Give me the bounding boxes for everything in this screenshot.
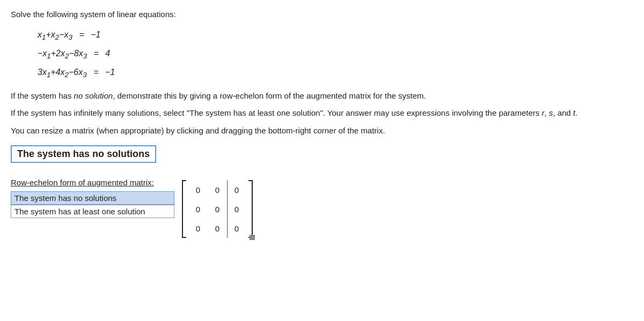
- dropdown-option-no-solutions[interactable]: The system has no solutions: [11, 191, 174, 205]
- matrix-cell-2-2[interactable]: 0: [227, 219, 246, 238]
- equation-1: x1+x2−x3 = −1: [38, 26, 633, 45]
- matrix-container: 0 0 0 0 0 0 0 0 0: [182, 180, 253, 238]
- row-echelon-row: Row-echelon form of augmented matrix: Th…: [11, 178, 633, 238]
- matrix-bracket-right: [248, 180, 253, 238]
- row-echelon-label: Row-echelon form of augmented matrix:: [11, 178, 154, 187]
- dropdown-section[interactable]: The system has no solutions The system h…: [11, 191, 174, 218]
- equation-2: −x1+2x2−8x3 = 4: [38, 45, 633, 64]
- resize-handle[interactable]: [250, 235, 255, 240]
- page-wrapper: Solve the following system of linear equ…: [11, 10, 633, 238]
- problem-statement: Solve the following system of linear equ…: [11, 10, 633, 19]
- matrix-cell-2-0[interactable]: 0: [188, 219, 208, 238]
- matrix-cell-0-2[interactable]: 0: [227, 180, 246, 199]
- matrix-cell-0-0[interactable]: 0: [188, 180, 208, 199]
- matrix-bracket-left: [182, 180, 186, 238]
- answer-section: The system has no solutions Row-echelon …: [11, 145, 633, 238]
- instruction-3: You can resize a matrix (when appropriat…: [11, 125, 633, 137]
- instruction-1: If the system has no solution, demonstra…: [11, 90, 633, 102]
- matrix-grid: 0 0 0 0 0 0 0 0 0: [188, 180, 246, 238]
- matrix-cell-1-2[interactable]: 0: [227, 199, 246, 219]
- matrix-cell-1-0[interactable]: 0: [188, 199, 208, 219]
- matrix-cell-0-1[interactable]: 0: [208, 180, 227, 199]
- equations-block: x1+x2−x3 = −1 −x1+2x2−8x3 = 4 3x1+4x2−6x…: [38, 26, 633, 83]
- dropdown-option-at-least-one[interactable]: The system has at least one solution: [11, 205, 174, 218]
- equation-3: 3x1+4x2−6x3 = −1: [38, 64, 633, 83]
- matrix-cell-2-1[interactable]: 0: [208, 219, 227, 238]
- selected-answer-display: The system has no solutions: [11, 145, 156, 163]
- matrix-cell-1-1[interactable]: 0: [208, 199, 227, 219]
- instruction-2: If the system has infinitely many soluti…: [11, 107, 633, 120]
